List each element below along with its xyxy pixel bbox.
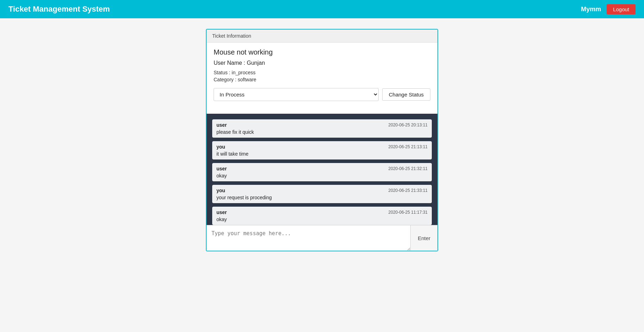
chat-message-sender: user — [216, 122, 227, 128]
chat-message-time: 2020-06-25 21:13:11 — [389, 144, 428, 149]
message-input-row: Enter — [207, 225, 437, 251]
chat-message-sender: user — [216, 166, 227, 171]
chat-message-text: please fix it quick — [216, 129, 428, 135]
chat-message-header: user2020-06-25 11:17:31 — [216, 209, 428, 215]
chat-message: you2020-06-25 21:33:11your request is pr… — [212, 185, 432, 203]
status-select[interactable]: Open In Process Resolved Closed — [214, 88, 379, 101]
chat-message-text: your request is proceding — [216, 195, 428, 200]
chat-message-header: you2020-06-25 21:13:11 — [216, 144, 428, 150]
ticket-title: Mouse not working — [214, 48, 430, 56]
enter-button[interactable]: Enter — [410, 225, 437, 251]
chat-section: user2020-06-25 20:13:11please fix it qui… — [207, 114, 437, 225]
ticket-info-header: Ticket Information — [207, 30, 437, 43]
chat-message: user2020-06-25 11:17:31okay — [212, 207, 432, 225]
message-input[interactable] — [207, 225, 410, 251]
chat-message-time: 2020-06-25 11:17:31 — [389, 210, 428, 215]
chat-message: user2020-06-25 20:13:11please fix it qui… — [212, 119, 432, 138]
chat-message-header: user2020-06-25 21:32:11 — [216, 166, 428, 171]
chat-wrapper: user2020-06-25 20:13:11please fix it qui… — [207, 114, 437, 251]
app-header: Ticket Management System Mymm Logout — [0, 0, 644, 18]
chat-message: user2020-06-25 21:32:11okay — [212, 163, 432, 181]
chat-message-time: 2020-06-25 20:13:11 — [389, 123, 428, 127]
ticket-username: User Name : Gunjan — [214, 60, 430, 66]
chat-message-sender: user — [216, 209, 227, 215]
chat-message-header: user2020-06-25 20:13:11 — [216, 122, 428, 128]
chat-message-text: okay — [216, 217, 428, 222]
chat-message-time: 2020-06-25 21:32:11 — [389, 166, 428, 171]
logout-button[interactable]: Logout — [607, 4, 636, 14]
status-row: Open In Process Resolved Closed Change S… — [214, 88, 430, 101]
main-content: Ticket Information Mouse not working Use… — [0, 18, 644, 262]
ticket-status: Status : in_process — [214, 70, 430, 75]
change-status-button[interactable]: Change Status — [382, 88, 430, 101]
chat-message-text: okay — [216, 173, 428, 178]
ticket-category: Category : software — [214, 77, 430, 82]
username-display: Mymm — [581, 6, 601, 13]
chat-message-header: you2020-06-25 21:33:11 — [216, 188, 428, 193]
chat-message-sender: you — [216, 188, 225, 193]
chat-message: you2020-06-25 21:13:11it will take time — [212, 141, 432, 159]
header-right: Mymm Logout — [581, 4, 636, 14]
chat-message-text: it will take time — [216, 151, 428, 157]
ticket-details: Mouse not working User Name : Gunjan Sta… — [207, 43, 437, 114]
app-title: Ticket Management System — [8, 5, 110, 14]
chat-message-sender: you — [216, 144, 225, 150]
ticket-card: Ticket Information Mouse not working Use… — [206, 29, 438, 251]
ticket-section-title: Ticket Information — [212, 33, 251, 39]
chat-message-time: 2020-06-25 21:33:11 — [389, 188, 428, 193]
